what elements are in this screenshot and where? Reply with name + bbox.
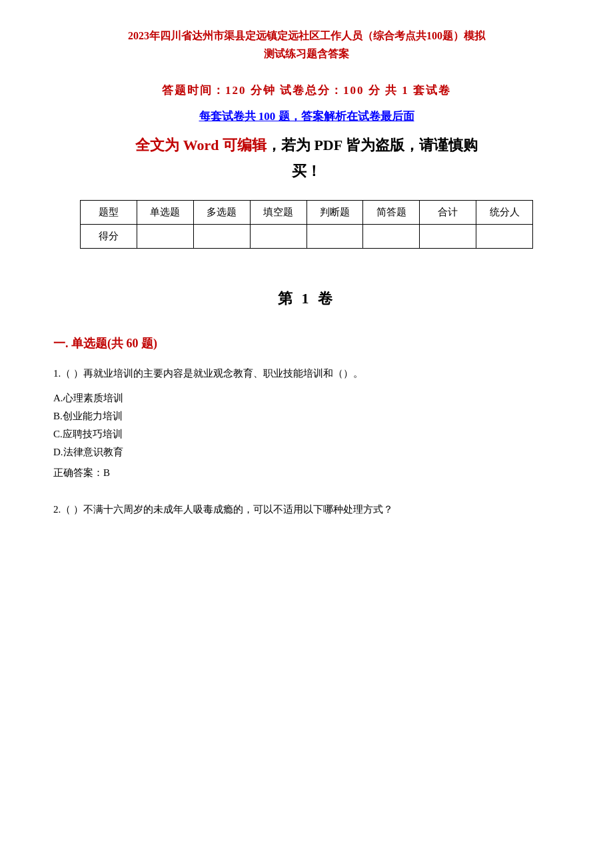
table-cell: 统分人: [476, 200, 533, 224]
question-1-option-d: D.法律意识教育: [53, 443, 560, 461]
table-cell: 单选题: [137, 200, 193, 224]
table-cell: 判断题: [306, 200, 363, 224]
question-2-text: 2.（ ）不满十六周岁的未成年人吸毒成瘾的，可以不适用以下哪种处理方式？: [53, 501, 560, 519]
exam-info: 答题时间：120 分钟 试卷总分：100 分 共 1 套试卷: [53, 83, 560, 98]
word-notice-line2: 买！: [53, 161, 560, 181]
word-notice: 全文为 Word 可编辑，若为 PDF 皆为盗版，请谨慎购: [53, 133, 560, 157]
table-cell: 填空题: [250, 200, 306, 224]
question-1: 1.（ ）再就业培训的主要内容是就业观念教育、职业技能培训和（）。 A.心理素质…: [53, 365, 560, 482]
page-title: 2023年四川省达州市渠县定远镇定远社区工作人员（综合考点共100题）模拟 测试…: [53, 27, 560, 63]
table-cell: 多选题: [193, 200, 250, 224]
volume-label: 第 1 卷: [53, 289, 560, 309]
table-cell: 题型: [81, 200, 137, 224]
table-cell: 简答题: [363, 200, 420, 224]
table-cell: 得分: [81, 224, 137, 248]
question-1-answer: 正确答案：B: [53, 464, 560, 482]
table-header-row: 题型 单选题 多选题 填空题 判断题 简答题 合计 统分人: [81, 200, 533, 224]
table-score-row: 得分: [81, 224, 533, 248]
question-1-text: 1.（ ）再就业培训的主要内容是就业观念教育、职业技能培训和（）。: [53, 365, 560, 383]
table-cell: [420, 224, 476, 248]
each-set-notice: 每套试卷共 100 题，答案解析在试卷最后面: [53, 109, 560, 124]
table-cell: [250, 224, 306, 248]
question-1-option-b: B.创业能力培训: [53, 407, 560, 425]
table-cell: [193, 224, 250, 248]
section-title: 一. 单选题(共 60 题): [53, 335, 560, 351]
table-cell: [363, 224, 420, 248]
word-notice-part2: ，若为 PDF 皆为盗版，请谨慎购: [267, 137, 478, 153]
score-table: 题型 单选题 多选题 填空题 判断题 简答题 合计 统分人 得分: [80, 200, 533, 249]
question-1-option-a: A.心理素质培训: [53, 389, 560, 407]
word-notice-part1: 全文为 Word 可编辑: [135, 137, 267, 153]
table-cell: [476, 224, 533, 248]
question-1-option-c: C.应聘技巧培训: [53, 425, 560, 443]
question-2: 2.（ ）不满十六周岁的未成年人吸毒成瘾的，可以不适用以下哪种处理方式？: [53, 501, 560, 519]
table-cell: [137, 224, 193, 248]
table-cell: 合计: [420, 200, 476, 224]
table-cell: [306, 224, 363, 248]
